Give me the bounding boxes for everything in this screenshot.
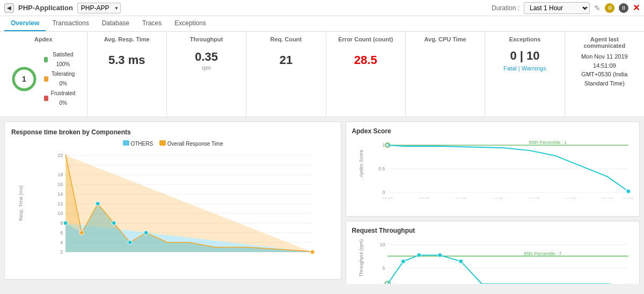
svg-text:14: 14 xyxy=(57,191,63,197)
req-throughput-panel: Request Throughput Throughput (rpm) 10 5… xyxy=(346,221,640,284)
svg-text:14:51: 14:51 xyxy=(623,197,634,198)
avg-resp-value: 5.3 ms xyxy=(94,53,160,67)
exceptions-title: Exceptions xyxy=(492,36,558,42)
edit-icon[interactable]: ✎ xyxy=(594,4,601,12)
apdex-chart-wrapper: Apdex Score 1 0.5 0 95th Percentile : 1 xyxy=(352,139,634,211)
svg-text:14:32: 14:32 xyxy=(243,256,254,257)
svg-point-30 xyxy=(112,221,116,225)
pause-icon[interactable]: ⏸ xyxy=(619,3,628,13)
svg-text:4: 4 xyxy=(60,240,63,245)
app-select[interactable]: PHP-APP xyxy=(77,3,121,13)
svg-text:14:03: 14:03 xyxy=(108,256,120,257)
metric-throughput: Throughput 0.35 rpm xyxy=(167,32,246,117)
svg-point-32 xyxy=(144,231,148,235)
exceptions-links: Fatal | Warnings xyxy=(492,65,558,71)
svg-text:14:10: 14:10 xyxy=(141,256,152,257)
svg-text:16: 16 xyxy=(57,182,63,187)
avg-resp-title: Avg. Resp. Time xyxy=(94,36,160,42)
app-title: PHP-Application xyxy=(18,4,73,12)
apdex-title: Apdex xyxy=(6,36,80,42)
metric-exceptions: Exceptions 0 | 10 Fatal | Warnings xyxy=(485,32,565,117)
bottom-section: Response time broken by Components OTHER… xyxy=(0,117,644,284)
agent-last-value: Mon Nov 11 2019 14:51:09 GMT+0530 (India… xyxy=(572,52,638,88)
y-axis-label: Resp. Time (ms) xyxy=(18,202,24,221)
svg-text:14:07: 14:07 xyxy=(125,256,136,257)
throughput-svg: 10 5 0 95th Percentile : 7 1 xyxy=(372,239,634,284)
svg-text:95th Percentile : 1: 95th Percentile : 1 xyxy=(529,140,567,145)
svg-text:14:13: 14:13 xyxy=(529,197,540,198)
back-button[interactable]: ◀ xyxy=(4,3,14,13)
tab-traces[interactable]: Traces xyxy=(136,16,168,31)
agent-date: Mon Nov 11 2019 14:51:09 xyxy=(572,52,638,70)
legend-others: OTHERS xyxy=(123,140,153,147)
avg-cpu-title: Avg. CPU Time xyxy=(412,36,478,42)
error-count-value: 28.5 xyxy=(333,53,399,67)
duration-select-wrapper: Last 1 Hour Last 6 Hours Last 24 Hours xyxy=(524,2,590,14)
settings-icon[interactable]: ⚙ xyxy=(605,3,614,13)
svg-text:18: 18 xyxy=(57,172,63,177)
tab-database[interactable]: Database xyxy=(96,16,136,31)
svg-text:5: 5 xyxy=(383,266,385,271)
svg-text:10: 10 xyxy=(380,242,385,247)
apdex-value: 1 xyxy=(22,75,26,83)
legend-tolerating: Tolerating 0% xyxy=(44,69,76,89)
throughput-value: 0.35 xyxy=(173,50,239,64)
svg-point-33 xyxy=(310,250,314,254)
svg-point-78 xyxy=(459,259,463,263)
throughput-y-label: Throughput (rpm) xyxy=(358,257,364,277)
svg-point-29 xyxy=(96,202,100,206)
tab-exceptions[interactable]: Exceptions xyxy=(168,16,213,31)
others-legend-box xyxy=(123,140,129,146)
overall-legend-box xyxy=(159,140,166,146)
svg-text:14:07: 14:07 xyxy=(493,197,503,198)
apdex-legend: Satisfied 100% Tolerating 0% Frustrated … xyxy=(44,50,76,108)
svg-text:6: 6 xyxy=(60,230,63,235)
resp-time-svg: 22 18 16 14 12 10 8 6 4 2 xyxy=(33,150,334,257)
throughput-title: Throughput xyxy=(173,36,239,42)
apdex-svg: 1 0.5 0 95th Percentile : 1 13:52 13:57 … xyxy=(372,139,634,198)
svg-text:13:52: 13:52 xyxy=(60,256,71,257)
resp-time-title: Response time broken by Components xyxy=(11,128,334,136)
fatal-link[interactable]: Fatal xyxy=(503,65,516,71)
top-bar-right: Duration : Last 1 Hour Last 6 Hours Last… xyxy=(492,2,640,14)
svg-text:14:39: 14:39 xyxy=(275,256,286,257)
frustrated-label: Frustrated 0% xyxy=(50,89,76,108)
tolerating-label: Tolerating 0% xyxy=(50,69,76,89)
svg-text:14:19: 14:19 xyxy=(566,197,576,198)
req-count-title: Req. Count xyxy=(253,36,319,42)
metric-req-count: Req. Count 21 xyxy=(246,32,326,117)
app-select-wrapper: PHP-APP xyxy=(77,3,121,13)
svg-text:13:52: 13:52 xyxy=(383,197,393,198)
tab-overview[interactable]: Overview xyxy=(4,16,46,31)
svg-text:13:59: 13:59 xyxy=(92,256,104,257)
req-count-value: 21 xyxy=(253,53,319,67)
tab-transactions[interactable]: Transactions xyxy=(46,16,95,31)
throughput-chart-wrapper: Throughput (rpm) 10 5 0 95th Percentile … xyxy=(352,239,634,284)
apdex-score-panel: Apdex Score Apdex Score 1 0.5 0 95th Per… xyxy=(346,121,640,217)
top-bar: ◀ PHP-Application PHP-APP Duration : Las… xyxy=(0,0,644,16)
overall-label: Overall Response Time xyxy=(167,141,223,147)
top-bar-left: ◀ PHP-Application PHP-APP xyxy=(4,3,121,13)
metric-apdex: Apdex 1 Satisfied 100% Tolerating 0% xyxy=(0,32,87,117)
svg-text:13:57: 13:57 xyxy=(419,197,430,198)
svg-point-77 xyxy=(438,253,442,257)
others-label: OTHERS xyxy=(130,141,153,147)
chart-right-panels: Apdex Score Apdex Score 1 0.5 0 95th Per… xyxy=(346,121,640,279)
req-throughput-title: Request Throughput xyxy=(352,227,634,234)
apdex-content: 1 Satisfied 100% Tolerating 0% Frustrate… xyxy=(6,46,80,112)
apdex-score-title: Apdex Score xyxy=(352,127,634,135)
svg-text:12: 12 xyxy=(57,201,63,206)
svg-text:14:25: 14:25 xyxy=(210,256,222,257)
duration-select[interactable]: Last 1 Hour Last 6 Hours Last 24 Hours xyxy=(524,2,590,14)
satisfied-label: Satisfied 100% xyxy=(50,50,76,69)
svg-text:14:50: 14:50 xyxy=(307,256,318,257)
close-icon[interactable]: ✕ xyxy=(633,3,640,13)
svg-text:2: 2 xyxy=(60,249,63,255)
resp-time-legend: OTHERS Overall Response Time xyxy=(11,140,334,147)
error-count-title: Error Count (count) xyxy=(333,36,399,42)
apdex-circle: 1 xyxy=(11,66,38,92)
frustrated-dot xyxy=(44,96,48,101)
warnings-link[interactable]: Warnings xyxy=(522,65,546,71)
agent-timezone: GMT+0530 (India Standard Time) xyxy=(572,70,638,88)
resp-time-chart-wrapper: Resp. Time (ms) 22 18 16 14 12 xyxy=(11,150,334,273)
